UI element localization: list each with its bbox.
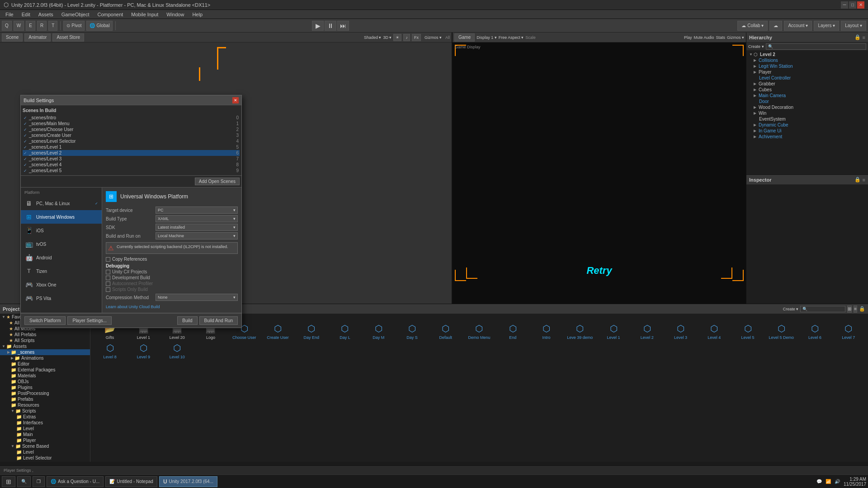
hierarchy-menu[interactable]: ≡ bbox=[863, 34, 865, 40]
scene-row-level2[interactable]: ✓_scenes/Level 2 6 bbox=[23, 150, 240, 156]
hier-door[interactable]: Door bbox=[746, 99, 868, 104]
build-type-select[interactable]: XAML ▾ bbox=[156, 215, 238, 222]
notification-icon[interactable]: 💬 bbox=[816, 479, 822, 484]
asset-lvl8[interactable]: ⬡ Level 8 bbox=[94, 342, 126, 360]
asset-lvl5demo[interactable]: ⬡ Level 5 Demo bbox=[765, 323, 797, 340]
platform-pc-mac[interactable]: 🖥 PC, Mac & Linux ✓ bbox=[21, 197, 102, 210]
proj-steamworks[interactable]: 📁 Steamworks.NET bbox=[0, 461, 90, 462]
game-stats-btn[interactable]: Stats bbox=[716, 35, 725, 40]
asset-lvl4[interactable]: ⬡ Level 4 bbox=[698, 323, 730, 340]
asset-default[interactable]: ⬡ Default bbox=[430, 323, 462, 340]
hier-level-controller[interactable]: Level Controller bbox=[746, 75, 868, 81]
asset-day-m[interactable]: ⬡ Day M bbox=[363, 323, 394, 340]
scene-toolbar-audio[interactable]: ♪ bbox=[403, 34, 410, 41]
proj-resources[interactable]: 📁 Resources bbox=[0, 402, 90, 408]
search-button[interactable]: 🔍 bbox=[17, 476, 31, 487]
proj-prefabs[interactable]: 📁 Prefabs bbox=[0, 396, 90, 402]
hierarchy-search[interactable] bbox=[766, 43, 866, 50]
proj-ext-packages[interactable]: 📁 External Packages bbox=[0, 367, 90, 373]
hier-in-game-ui[interactable]: ▶ In Game Ui bbox=[746, 128, 868, 134]
build-run-select[interactable]: Local Machine ▾ bbox=[156, 232, 238, 239]
compression-select[interactable]: None ▾ bbox=[156, 294, 238, 301]
debug-dev-build-checkbox[interactable] bbox=[106, 276, 110, 280]
toolbar-qmr1[interactable]: Q bbox=[2, 21, 12, 31]
asset-lvl10[interactable]: ⬡ Level 10 bbox=[161, 342, 193, 360]
proj-assets[interactable]: ▼ 📁 Assets bbox=[0, 343, 90, 349]
start-button[interactable]: ⊞ bbox=[2, 476, 15, 487]
player-settings-button[interactable]: Player Settings... bbox=[67, 316, 112, 325]
platform-ios[interactable]: 📱 iOS bbox=[21, 224, 102, 237]
platform-tvos[interactable]: 📺 tvOS bbox=[21, 237, 102, 251]
asset-day-end[interactable]: ⬡ Day End bbox=[296, 323, 327, 340]
minimize-button[interactable]: ─ bbox=[841, 1, 848, 9]
tab-asset-store[interactable]: Asset Store bbox=[52, 33, 84, 42]
pivot-button[interactable]: ⊙ Pivot bbox=[63, 21, 85, 31]
hier-grabber[interactable]: ▶ Grabber bbox=[746, 81, 868, 87]
task-view-button[interactable]: ❐ bbox=[33, 476, 45, 487]
target-device-select[interactable]: PC ▾ bbox=[156, 206, 238, 214]
tab-animator[interactable]: Animator bbox=[24, 33, 51, 42]
asset-demo-menu[interactable]: ⬡ Demo Menu bbox=[463, 323, 495, 340]
add-open-scenes-button[interactable]: Add Open Scenes bbox=[195, 178, 240, 185]
scene-row-create-user[interactable]: ✓_scenes/Create User 3 bbox=[23, 132, 240, 138]
maximize-button[interactable]: □ bbox=[849, 1, 856, 9]
proj-scene-based[interactable]: ▼ 📁 Scene Based bbox=[0, 443, 90, 449]
hierarchy-lock[interactable]: 🔒 bbox=[854, 34, 861, 40]
proj-editor[interactable]: 📁 Editor bbox=[0, 361, 90, 367]
menu-edit[interactable]: Edit bbox=[18, 11, 34, 18]
build-button[interactable]: Build bbox=[177, 316, 197, 325]
tab-scene[interactable]: Scene bbox=[2, 33, 23, 42]
proj-scenes-folder[interactable]: ▶ 📁 _scenes bbox=[0, 349, 90, 355]
debug-unity-cs-checkbox[interactable] bbox=[106, 270, 110, 274]
platform-uwp[interactable]: ⊞ Universal Windows bbox=[21, 210, 102, 224]
gizmos-button[interactable]: Gizmos ▾ bbox=[423, 35, 443, 40]
asset-create-user[interactable]: ⬡ Create User bbox=[262, 323, 293, 340]
proj-level-selector[interactable]: 📁 Level Selector bbox=[0, 455, 90, 461]
platform-xbox[interactable]: 🎮 Xbox One bbox=[21, 278, 102, 291]
menu-component[interactable]: Component bbox=[94, 11, 127, 18]
layout-button[interactable]: Layout ▾ bbox=[841, 21, 866, 31]
menu-gameobject[interactable]: GameObject bbox=[58, 11, 93, 18]
layers-button[interactable]: Layers ▾ bbox=[814, 21, 839, 31]
proj-all-scripts[interactable]: ★ All Scripts bbox=[0, 338, 90, 343]
platform-android[interactable]: 🤖 Android bbox=[21, 251, 102, 264]
project-create[interactable]: Create ▾ bbox=[783, 307, 799, 311]
asset-leve39[interactable]: ⬡ Leve 39 demo bbox=[564, 323, 596, 340]
hier-main-camera[interactable]: ▶ Main Camera bbox=[746, 93, 868, 99]
scene-row-intro[interactable]: ✓_scenes/Intro 0 bbox=[23, 115, 240, 121]
scene-row-main-menu[interactable]: ✓_scenes/Main Menu 1 bbox=[23, 121, 240, 127]
proj-level[interactable]: 📁 Level bbox=[0, 426, 90, 432]
scene-toolbar-light[interactable]: ☀ bbox=[393, 34, 401, 41]
inspector-lock[interactable]: 🔒 bbox=[854, 177, 861, 183]
scene-toolbar-fx[interactable]: Fx bbox=[412, 34, 421, 41]
asset-lvl7[interactable]: ⬡ Level 7 bbox=[833, 323, 864, 340]
hier-dynamic-cube[interactable]: ▶ Dynamic Cube bbox=[746, 122, 868, 128]
pause-button[interactable]: ⏸ bbox=[325, 21, 336, 31]
asset-day-l[interactable]: ⬡ Day L bbox=[329, 323, 361, 340]
scene-row-level-selector[interactable]: ✓_scenes/Level Selector 4 bbox=[23, 138, 240, 144]
mode-select[interactable]: 3D ▾ bbox=[383, 35, 392, 40]
proj-extras[interactable]: 📁 Extras bbox=[0, 414, 90, 420]
inspector-menu[interactable]: ≡ bbox=[863, 177, 865, 183]
tab-game[interactable]: Game bbox=[454, 33, 475, 42]
toolbar-qmr5[interactable]: T bbox=[48, 21, 57, 31]
asset-lvl5[interactable]: ⬡ Level 5 bbox=[732, 323, 764, 340]
asset-end[interactable]: ⬡ End bbox=[497, 323, 528, 340]
proj-player[interactable]: 📁 Player bbox=[0, 437, 90, 443]
proj-materials[interactable]: 📁 Materials bbox=[0, 373, 90, 379]
notepad-button[interactable]: 📝 Untitled - Notepad bbox=[105, 476, 157, 487]
menu-mobile-input[interactable]: Mobile Input bbox=[127, 11, 162, 18]
debug-autoconnect-checkbox[interactable] bbox=[106, 282, 110, 286]
scene-row-choose-user[interactable]: ✓_scenes/Choose User 2 bbox=[23, 127, 240, 132]
asset-lvl1[interactable]: ⬡ Level 1 bbox=[598, 323, 629, 340]
hier-achivement[interactable]: ▶ Achivement bbox=[746, 134, 868, 140]
game-canvas[interactable]: Retry Game Display bbox=[453, 42, 746, 317]
hier-level2[interactable]: ▼ ⬡ Level 2 bbox=[746, 52, 868, 57]
sdk-select[interactable]: Latest installed ▾ bbox=[156, 224, 238, 231]
toolbar-qmr2[interactable]: W bbox=[14, 21, 24, 31]
toolbar-qmr4[interactable]: R bbox=[37, 21, 47, 31]
hier-legit-win[interactable]: ▶ Legit Win Station bbox=[746, 63, 868, 69]
asset-lvl6[interactable]: ⬡ Level 6 bbox=[799, 323, 830, 340]
collab-button[interactable]: ☁ Collab ▾ bbox=[737, 21, 768, 31]
game-play-btn[interactable]: Play bbox=[684, 35, 692, 40]
